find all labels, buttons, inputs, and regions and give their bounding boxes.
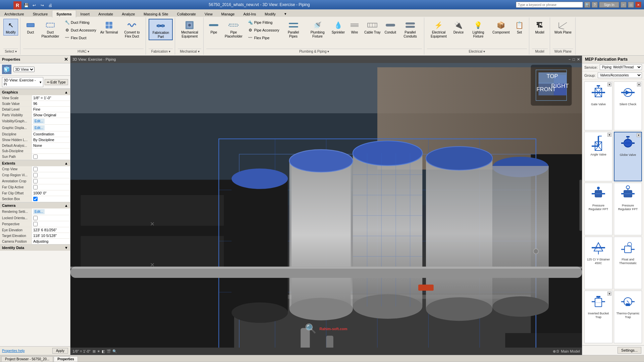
annotation-crop-checkbox[interactable]	[33, 179, 38, 183]
cable-tray-button[interactable]: Cable Tray	[363, 19, 382, 36]
tab-insert[interactable]: Insert	[76, 10, 94, 17]
mep-part-silent-check[interactable]: ▾ Silent Check	[614, 81, 642, 130]
show-hidden-value[interactable]: By Discipline	[32, 137, 70, 142]
model-button[interactable]: 🏗 Model	[532, 19, 547, 36]
tab-systems[interactable]: Systems	[52, 10, 76, 17]
crop-region-checkbox[interactable]	[33, 173, 38, 177]
sign-in[interactable]: Sign In	[599, 2, 619, 8]
mep-part-pressure-reg-1[interactable]: Pressure Regulator FPT	[584, 183, 612, 235]
apply-button[interactable]: Apply	[52, 348, 68, 354]
mep-part-gate-valve[interactable]: ▾ Gate Valve	[584, 81, 612, 130]
mep-group-select[interactable]: Valves/Accessories	[598, 72, 642, 78]
properties-close-button[interactable]: ✕	[64, 57, 68, 62]
default-analysis-value[interactable]: None	[32, 143, 70, 148]
duct-button[interactable]: Duct	[23, 19, 38, 36]
tab-dropdown[interactable]: ▾	[280, 10, 291, 17]
electrical-equipment-button[interactable]: ⚡ Electrical Equipment	[427, 19, 450, 40]
qat-undo[interactable]: ↩	[31, 2, 38, 9]
mep-part-globe-valve[interactable]: ▾ Globe Valve	[614, 132, 642, 181]
tab-analyze[interactable]: Analyze	[117, 10, 139, 17]
locked-orientation-checkbox[interactable]	[33, 216, 38, 220]
target-elevation-value[interactable]: 118' 10 5/128"	[32, 233, 70, 238]
grid-icon[interactable]: ⊞	[93, 349, 96, 354]
detail-level-value[interactable]: Fine	[32, 107, 70, 112]
far-clip-active-checkbox[interactable]	[33, 185, 38, 189]
tab-project-browser[interactable]: Project Browser - 56750_20...	[1, 356, 53, 362]
extents-section-header[interactable]: Extents ▲	[0, 160, 70, 166]
duct-accessory-button[interactable]: ⚙ Duct Accessory	[63, 26, 98, 34]
tab-addins[interactable]: Add-Ins	[239, 10, 260, 17]
minimize-button[interactable]: −	[621, 2, 627, 8]
view-name-dropdown[interactable]: 3D View: Exercise - Pi ▾	[2, 77, 43, 87]
tab-massing[interactable]: Massing & Site	[139, 10, 172, 17]
mep-part-float-thermo[interactable]: Float and Thermostatic	[614, 237, 642, 289]
tab-architecture[interactable]: Architecture	[0, 10, 29, 17]
far-clip-offset-value[interactable]: 1000' 0"	[32, 190, 70, 196]
help-button[interactable]: ?	[592, 2, 598, 8]
view-scale-value[interactable]: 1/8" = 1'-0"	[32, 95, 70, 101]
duct-placeholder-button[interactable]: Duct Placeholder	[39, 19, 62, 40]
pipe-button[interactable]: Pipe	[206, 19, 221, 36]
flex-duct-big-button[interactable]: Convert to Flex Duct	[120, 19, 144, 40]
globe-valve-dropdown[interactable]: ▾	[637, 133, 641, 137]
mep-part-strainer[interactable]: 125 CI Y-Strainer 450C	[584, 237, 612, 289]
conduit-button[interactable]: Conduit	[383, 19, 397, 36]
flex-pipe-button[interactable]: 〰 Flex Pipe	[246, 34, 281, 42]
search-button[interactable]: 🔍	[584, 2, 590, 8]
workplane-button[interactable]: Work Plane	[553, 19, 574, 36]
viewport-minimize[interactable]: −	[569, 57, 571, 62]
duct-fitting-button[interactable]: 🔧 Duct Fitting	[63, 19, 98, 26]
mep-settings-button[interactable]: Settings...	[618, 347, 641, 354]
pipe-placeholder-button[interactable]: Pipe Placeholder	[222, 19, 245, 40]
sun-icon[interactable]: ☀	[97, 349, 100, 354]
air-terminal-button[interactable]: Air Terminal	[99, 19, 120, 36]
shadow-icon[interactable]: ◧	[102, 349, 105, 354]
fabrication-part-button[interactable]: Fabrication Part	[149, 19, 173, 40]
set-button[interactable]: 📋 Set	[512, 19, 527, 36]
viewport-close[interactable]: ✕	[577, 57, 580, 62]
section-box-checkbox[interactable]	[33, 197, 38, 201]
tab-structure[interactable]: Structure	[29, 10, 52, 17]
angle-valve-dropdown[interactable]: ▾	[607, 133, 611, 137]
sprinkler-button[interactable]: 💧 Sprinkler	[330, 19, 346, 36]
view-type-dropdown[interactable]: 3D View	[13, 67, 35, 72]
parts-visibility-value[interactable]: Show Original	[32, 112, 70, 118]
tab-manage[interactable]: Manage	[217, 10, 239, 17]
parallel-pipes-button[interactable]: Parallel Pipes	[282, 19, 305, 40]
bucket-trap-dropdown[interactable]: ▾	[607, 292, 611, 296]
graphics-section-header[interactable]: Graphics ▲	[0, 89, 70, 95]
qat-save[interactable]: 💾	[23, 2, 30, 9]
gate-valve-dropdown[interactable]: ▾	[607, 82, 611, 86]
mep-service-select[interactable]: Piping: WeldXThread	[600, 64, 642, 70]
wire-button[interactable]: Wire	[347, 19, 362, 36]
visibility-graph-edit[interactable]: Edit...	[33, 119, 45, 124]
mep-part-bucket-trap[interactable]: ▾ Inverted Bucket Trap	[584, 291, 612, 343]
mep-part-pressure-reg-2[interactable]: Pressure Regulator FPT	[614, 183, 642, 235]
qat-print[interactable]: 🖨	[47, 2, 54, 9]
mep-part-thermo-dynamic[interactable]: Thermo-Dynamic Trap	[614, 291, 642, 343]
tab-annotate[interactable]: Annotate	[94, 10, 117, 17]
camera-section-header[interactable]: Camera ▲	[0, 202, 70, 208]
render-icon[interactable]: 🎬	[106, 349, 111, 354]
eye-elevation-value[interactable]: 123' 6 81/256"	[32, 227, 70, 233]
component-button[interactable]: 📦 Component	[491, 19, 512, 36]
parallel-conduits-button[interactable]: Parallel Conduits	[398, 19, 422, 40]
flex-duct-button[interactable]: 〰 Flex Duct	[63, 34, 98, 42]
sub-discipline-value[interactable]	[32, 148, 70, 154]
mechanical-equipment-button[interactable]: Mechanical Equipment	[178, 19, 201, 40]
search-input[interactable]	[516, 2, 583, 8]
tab-view[interactable]: View	[200, 10, 217, 17]
viewport-maximize[interactable]: □	[573, 57, 575, 62]
select-button[interactable]: ↖ Modify	[3, 19, 18, 36]
rendering-edit[interactable]: Edit...	[33, 209, 45, 214]
device-button[interactable]: 🔌 Device	[451, 19, 466, 36]
tab-modify[interactable]: Modify	[260, 10, 280, 17]
pipe-accessory-button[interactable]: ⚙ Pipe Accessory	[246, 26, 281, 34]
discipline-value[interactable]: Coordination	[32, 131, 70, 137]
qat-redo[interactable]: ↪	[39, 2, 46, 9]
tab-properties[interactable]: Properties	[54, 356, 77, 362]
plumbing-fixture-button[interactable]: 🚿 Plumbing Fixture	[306, 19, 329, 40]
graphic-display-edit[interactable]: Edit...	[33, 125, 45, 130]
identity-section-header[interactable]: Identity Data ▼	[0, 244, 70, 251]
crop-view-checkbox[interactable]	[33, 167, 38, 171]
